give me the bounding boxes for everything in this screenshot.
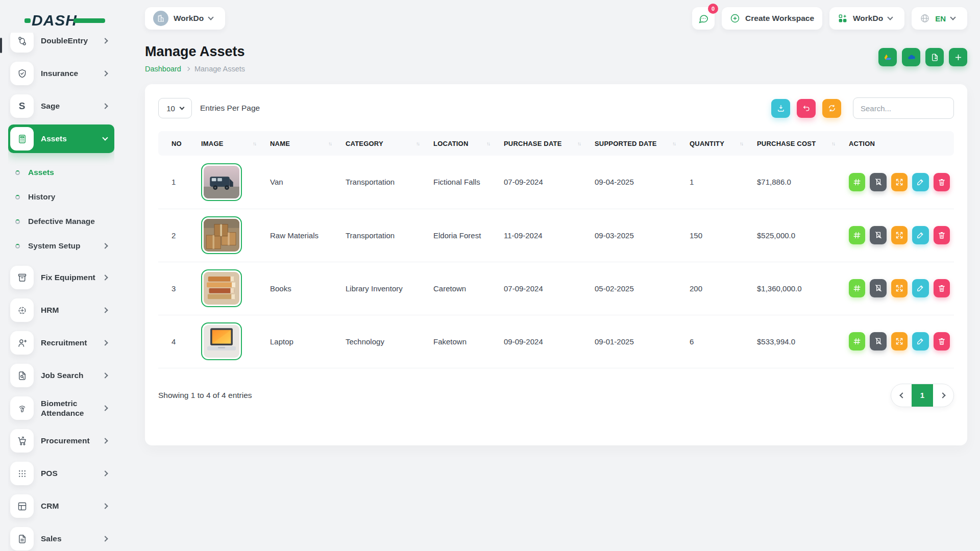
sidebar-item-insurance[interactable]: Insurance [8, 59, 114, 88]
column-header-quantity[interactable]: QUANTITY↑↓ [682, 131, 750, 156]
sort-icon[interactable]: ↑↓ [328, 141, 334, 146]
create-workspace-button[interactable]: Create Workspace [722, 7, 822, 30]
sidebar-scrollbar[interactable] [0, 38, 2, 53]
hash-button[interactable] [849, 226, 865, 244]
sidebar-item-label: Fix Equipment [41, 272, 96, 282]
sort-icon[interactable]: ↑↓ [486, 141, 493, 146]
undo-button[interactable] [797, 99, 816, 118]
sidebar-item-doubleentry[interactable]: DoubleEntry [8, 33, 114, 55]
delete-button[interactable] [934, 332, 950, 350]
logo-accent-dot [24, 18, 31, 23]
hash-button[interactable] [849, 332, 865, 350]
workdo-menu-button[interactable]: WorkDo [829, 7, 904, 30]
sort-icon[interactable]: ↑↓ [740, 141, 746, 146]
sidebar-subitem-history[interactable]: History [15, 185, 114, 209]
delete-button[interactable] [934, 226, 950, 244]
sidebar-item-procurement[interactable]: Procurement [8, 427, 114, 455]
breadcrumb-dashboard-link[interactable]: Dashboard [145, 65, 181, 73]
asset-image-boxes-photo[interactable] [201, 216, 242, 254]
hash-button[interactable] [849, 173, 865, 191]
sidebar-item-sales[interactable]: Sales [8, 524, 114, 551]
chevron-right-icon [102, 243, 108, 248]
edit-button[interactable] [912, 173, 928, 191]
edit-button[interactable] [912, 279, 928, 297]
page-number-active[interactable]: 1 [912, 384, 933, 407]
sort-icon[interactable]: ↑↓ [253, 141, 259, 146]
column-header-category[interactable]: CATEGORY↑↓ [338, 131, 426, 156]
cell-quantity: 150 [682, 209, 750, 262]
asset-image-van-photo[interactable] [201, 163, 242, 201]
column-header-purchase-cost[interactable]: PURCHASE COST↑↓ [750, 131, 842, 156]
topbar: WorkDo 0 Create Workspace WorkDo EN [145, 0, 967, 37]
hash-icon [852, 284, 862, 293]
language-selector[interactable]: EN [912, 7, 967, 30]
column-header-supported-date[interactable]: SUPPORTED DATE↑↓ [587, 131, 682, 156]
expand-button[interactable] [891, 279, 908, 297]
fix-equipment-icon [10, 266, 34, 289]
sidebar-item-fix-equipment[interactable]: Fix Equipment [8, 263, 114, 292]
expand-button[interactable] [891, 332, 908, 350]
bookmark-off-button[interactable] [870, 226, 886, 244]
export-file-button[interactable] [925, 48, 944, 66]
asset-image-laptop-photo[interactable] [201, 322, 242, 360]
sidebar-item-hrm[interactable]: HRM [8, 296, 114, 324]
column-header-location[interactable]: LOCATION↑↓ [426, 131, 497, 156]
bookmark-off-button[interactable] [870, 173, 886, 191]
sidebar-subitem-defective-manage[interactable]: Defective Manage [15, 209, 114, 234]
breadcrumb-current: Manage Assets [194, 65, 245, 73]
expand-button[interactable] [891, 173, 908, 191]
search-input[interactable] [853, 97, 954, 119]
column-header-image[interactable]: IMAGE↑↓ [194, 131, 263, 156]
plus-icon [953, 53, 963, 62]
onedrive-button[interactable] [902, 48, 920, 66]
sidebar-item-label: HRM [41, 305, 96, 315]
sidebar-item-pos[interactable]: POS [8, 459, 114, 488]
next-page-button[interactable] [933, 384, 953, 407]
edit-button[interactable] [912, 332, 928, 350]
sidebar-item-job-search[interactable]: Job Search [8, 361, 114, 390]
cell-no: 1 [158, 156, 194, 209]
asset-image-books-photo[interactable] [201, 269, 242, 307]
refresh-button[interactable] [822, 99, 841, 118]
expand-icon [895, 284, 904, 293]
entries-per-page-select[interactable]: 10 [158, 98, 192, 118]
procurement-icon [10, 429, 34, 453]
sort-icon[interactable]: ↑↓ [577, 141, 583, 146]
column-header-action: ACTION [842, 131, 954, 156]
sidebar-subitem-system-setup[interactable]: System Setup [15, 234, 114, 258]
column-header-label: PURCHASE COST [757, 140, 816, 147]
sort-icon[interactable]: ↑↓ [416, 141, 422, 146]
edit-button[interactable] [912, 226, 928, 244]
download-button[interactable] [771, 99, 790, 118]
delete-button[interactable] [934, 279, 950, 297]
table-row: 2Raw MaterialsTransportationEldoria Fore… [158, 209, 954, 262]
hash-icon [852, 178, 862, 187]
undo-icon [802, 104, 811, 113]
add-asset-button[interactable] [949, 48, 967, 66]
workspace-selector[interactable]: WorkDo [145, 7, 225, 30]
sort-icon[interactable]: ↑↓ [672, 141, 678, 146]
sidebar-menu-wrap: DoubleEntryInsuranceSSageAssetsAssetsHis… [8, 33, 114, 551]
messages-button[interactable]: 0 [692, 7, 715, 30]
bookmark-off-button[interactable] [870, 279, 886, 297]
previous-page-button[interactable] [891, 384, 912, 407]
sidebar-item-sage[interactable]: SSage [8, 92, 114, 120]
sidebar-item-recruitment[interactable]: Recruitment [8, 329, 114, 357]
hash-button[interactable] [849, 279, 865, 297]
sidebar-item-biometric-attendance[interactable]: Biometric Attendance [8, 394, 114, 422]
sidebar-subitem-label: Assets [28, 168, 114, 177]
google-drive-button[interactable] [878, 48, 897, 66]
sidebar-item-assets[interactable]: Assets [8, 124, 114, 153]
bookmark-off-button[interactable] [870, 332, 886, 350]
sidebar-item-crm[interactable]: CRM [8, 492, 114, 520]
edit-icon [916, 178, 925, 187]
delete-button[interactable] [934, 173, 950, 191]
sort-icon[interactable]: ↑↓ [831, 141, 838, 146]
column-header-purchase-date[interactable]: PURCHASE DATE↑↓ [497, 131, 587, 156]
pos-icon [10, 462, 34, 485]
expand-button[interactable] [891, 226, 908, 244]
chevron-right-icon [940, 392, 945, 398]
dash-logo[interactable]: DASH [8, 9, 114, 32]
column-header-name[interactable]: NAME↑↓ [263, 131, 338, 156]
sidebar-subitem-assets[interactable]: Assets [15, 160, 114, 185]
